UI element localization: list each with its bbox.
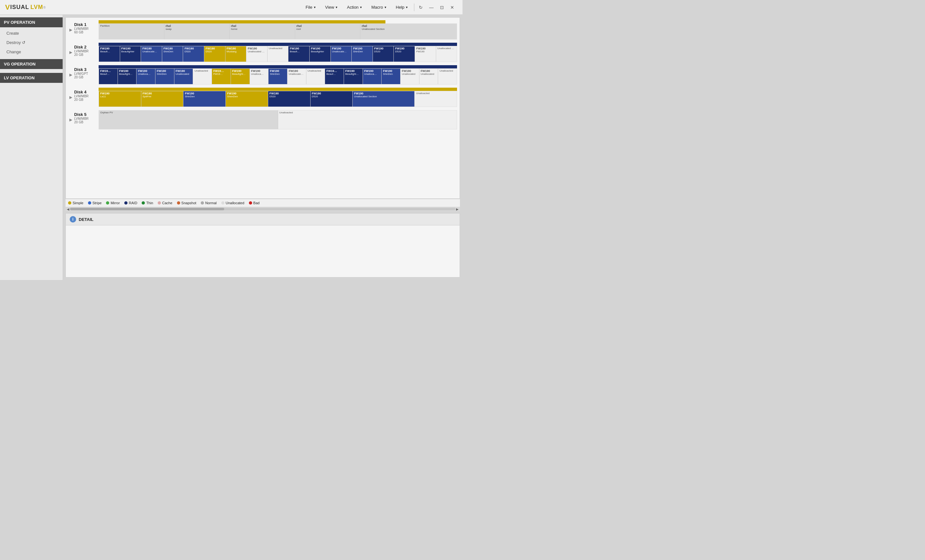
disk-row-disk1: ▶Disk 1LVM/MBR60 GBPartitionrhelswaprhel… — [68, 20, 457, 39]
partition-block-disk3-12[interactable]: FW19…Beauf… — [325, 69, 344, 84]
partition-block-disk4-3[interactable]: FW190ShenDen — [226, 91, 268, 107]
partition-block-disk2-13[interactable]: FW190D520 — [373, 46, 394, 62]
partition-block-disk3-7[interactable]: FW190Beaufight… — [231, 69, 250, 84]
menu-view[interactable]: View ▼ — [321, 3, 342, 12]
partition-block-disk3-14[interactable]: FW190Unalloca… — [363, 69, 382, 84]
partition-block-disk4-2[interactable]: FW190ShinDen — [184, 91, 226, 107]
close-button[interactable]: ✕ — [447, 3, 457, 11]
sidebar-item-destroy[interactable]: Destroy ↺ — [0, 38, 63, 47]
partition-block-disk3-1[interactable]: FW190Beaufight… — [118, 69, 137, 84]
scroll-left-button[interactable]: ◀ — [66, 208, 70, 211]
partition-block-disk1-4[interactable]: rhelUnallocated Section — [360, 24, 457, 39]
partition-block-disk3-15[interactable]: FW190ShinDen — [381, 69, 401, 84]
disk-label-disk4: Disk 4LVM/MBR20 GB — [73, 88, 99, 107]
disk-arrow-disk3[interactable]: ▶ — [68, 65, 73, 84]
partition-label-disk4-3: ShenDen — [227, 95, 267, 98]
partition-name-disk1-2: rhel — [231, 24, 294, 28]
partition-block-disk3-17[interactable]: FW190Unallocated — [419, 69, 438, 84]
partition-label-disk1-3: root — [297, 28, 359, 30]
sidebar-item-create[interactable]: Create — [0, 29, 63, 38]
partition-block-disk2-2[interactable]: FW190Unallocate… — [141, 46, 162, 62]
sidebar: PV OPERATION Create Destroy ↺ Change VG … — [0, 15, 63, 280]
title-bar: VISUALLVM® File ▼ View ▼ Action ▼ Macro … — [0, 0, 462, 15]
partition-block-disk1-0[interactable]: Partition — [99, 24, 164, 39]
disk-arrow-disk1[interactable]: ▶ — [68, 20, 73, 39]
partition-block-disk2-6[interactable]: FW190Mustang — [226, 46, 247, 62]
detail-icon: i — [70, 216, 76, 223]
partition-block-disk2-11[interactable]: FW190Unallocate… — [331, 46, 352, 62]
scroll-right-button[interactable]: ▶ — [455, 208, 459, 211]
partition-block-disk3-10[interactable]: FW190Unallocate… — [288, 69, 306, 84]
menu-bar: File ▼ View ▼ Action ▼ Macro ▼ Help ▼ ↻ … — [301, 3, 457, 12]
partition-block-disk2-5[interactable]: FW190D520 — [204, 46, 226, 62]
partition-name-disk2-3: FW190 — [163, 47, 182, 50]
legend-item-mirror: Mirror — [106, 201, 120, 205]
partition-block-disk3-6[interactable]: FW19…FW19… — [212, 69, 231, 84]
disk-arrow-disk5[interactable]: ▶ — [68, 110, 73, 129]
vg-operation-header: VG OPERATION — [0, 59, 63, 69]
partition-label-disk3-7: Beaufight… — [232, 72, 248, 75]
app-logo: VISUALLVM® — [5, 3, 46, 12]
partition-block-disk3-9[interactable]: FW190ShinDen — [268, 69, 288, 84]
partition-label-disk4-7: Unalloacted — [416, 92, 455, 95]
partition-block-disk2-4[interactable]: FW190D520 — [183, 46, 204, 62]
partition-block-disk3-0[interactable]: FW19…Beauf… — [99, 69, 118, 84]
refresh-button[interactable]: ↻ — [416, 3, 426, 11]
partition-label-disk2-0: Beaufi… — [100, 50, 119, 53]
maximize-button[interactable]: ⊡ — [437, 3, 447, 11]
menu-macro[interactable]: Macro ▼ — [367, 3, 391, 12]
partition-block-disk1-3[interactable]: rhelroot — [295, 24, 361, 39]
partition-block-disk2-8[interactable]: Unalloacted — [268, 46, 289, 62]
partition-block-disk3-5[interactable]: Unalloacted — [193, 69, 212, 84]
sidebar-item-change[interactable]: Change — [0, 47, 63, 57]
partition-block-disk3-2[interactable]: FW190Unalloca… — [137, 69, 155, 84]
disk-partitions-disk4: FW190La11FW190SpitFireFW190ShinDenFW190S… — [99, 91, 457, 107]
partition-block-disk3-3[interactable]: FW190ShinDen — [155, 69, 175, 84]
partition-label-disk2-9: Beaufi… — [290, 50, 308, 53]
partition-block-disk4-1[interactable]: FW190SpitFire — [141, 91, 184, 107]
partition-name-disk3-8: FW190 — [251, 69, 267, 72]
disk-arrow-disk4[interactable]: ▶ — [68, 88, 73, 107]
partition-name-disk2-15: FW190 — [416, 47, 435, 50]
scroll-track[interactable] — [70, 208, 455, 210]
partition-block-disk2-12[interactable]: FW190ShinDen — [352, 46, 373, 62]
partition-block-disk2-10[interactable]: FW190Beaufighter — [310, 46, 331, 62]
partition-block-disk1-2[interactable]: rhelhome — [230, 24, 295, 39]
menu-file[interactable]: File ▼ — [301, 3, 321, 12]
disk-arrow-disk2[interactable]: ▶ — [68, 43, 73, 62]
partition-block-disk3-8[interactable]: FW190Unalloca… — [250, 69, 269, 84]
partition-block-disk3-4[interactable]: FW190Unallocated — [175, 69, 193, 84]
partition-block-disk4-7[interactable]: Unalloacted — [415, 91, 457, 107]
scroll-thumb[interactable] — [70, 208, 224, 210]
partition-block-disk3-18[interactable]: Unalloacted — [438, 69, 457, 84]
partition-block-disk2-14[interactable]: FW190D520 — [394, 46, 415, 62]
menu-help[interactable]: Help ▼ — [391, 3, 413, 12]
partition-name-disk2-12: FW190 — [353, 47, 371, 50]
partition-block-disk2-9[interactable]: FW190Beaufi… — [288, 46, 310, 62]
partition-block-disk4-0[interactable]: FW190La11 — [99, 91, 141, 107]
partition-block-disk2-7[interactable]: FW190Unallocated Se… — [246, 46, 268, 62]
partition-block-disk2-3[interactable]: FW190ShinDen — [162, 46, 184, 62]
partition-label-disk2-5: D520 — [206, 50, 224, 53]
partition-block-disk5-0[interactable]: Orphan PV — [99, 110, 278, 129]
partition-block-disk2-1[interactable]: FW190Beaufighter — [120, 46, 141, 62]
partition-block-disk4-6[interactable]: FW190Unallocated Section — [353, 91, 415, 107]
partition-label-disk3-2: Unalloca… — [138, 72, 154, 75]
partition-name-disk1-1: rhel — [166, 24, 228, 28]
partition-block-disk2-15[interactable]: FW190FW190 — [415, 46, 436, 62]
minimize-button[interactable]: — — [426, 3, 437, 11]
partition-block-disk2-0[interactable]: FW190Beaufi… — [99, 46, 120, 62]
partition-block-disk4-5[interactable]: FW190D520 — [310, 91, 353, 107]
partition-block-disk1-1[interactable]: rhelswap — [164, 24, 230, 39]
partition-name-disk3-9: FW190 — [270, 69, 286, 72]
partition-block-disk3-11[interactable]: Unalloacted — [306, 69, 325, 84]
partition-label-disk2-6: Mustang — [227, 50, 245, 53]
partition-block-disk4-4[interactable]: FW190D520 — [268, 91, 310, 107]
partition-block-disk2-16[interactable]: Unallocated S… — [436, 46, 457, 62]
menu-action[interactable]: Action ▼ — [342, 3, 367, 12]
partition-block-disk3-13[interactable]: FW190Beaufight… — [344, 69, 363, 84]
partition-block-disk3-16[interactable]: FW190Unallocated — [401, 69, 419, 84]
partition-block-disk5-1[interactable]: Unalloacted — [278, 110, 457, 129]
partition-label-disk3-13: Beaufight… — [345, 72, 361, 75]
partition-label-disk2-12: ShinDen — [353, 50, 371, 53]
